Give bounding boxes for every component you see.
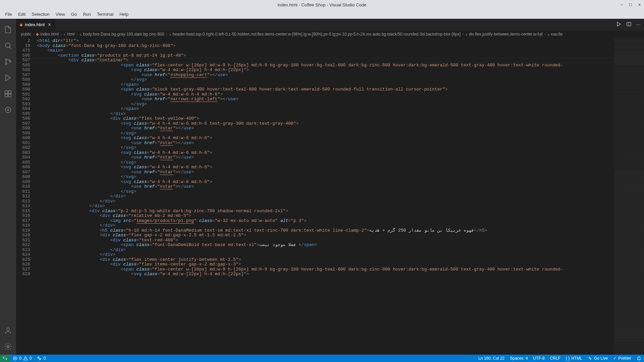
code-area[interactable]: <html dir="ltr"><body class="font-Dana b… bbox=[34, 38, 614, 355]
activity-bar bbox=[0, 19, 16, 355]
minimap[interactable] bbox=[614, 38, 644, 355]
close-tab-icon[interactable]: ✕ bbox=[47, 22, 52, 27]
extensions-icon[interactable] bbox=[0, 86, 16, 102]
tag-icon: ⬨ bbox=[63, 32, 66, 37]
menu-bar: File Edit Selection View Go Run Terminal… bbox=[0, 9, 644, 19]
tag-icon: ⬨ bbox=[547, 32, 550, 37]
svg-point-10 bbox=[7, 346, 9, 348]
accounts-icon[interactable] bbox=[0, 322, 16, 339]
svg-point-14 bbox=[590, 358, 590, 359]
svg-point-13 bbox=[39, 358, 40, 359]
ports-button[interactable]: 0 bbox=[34, 355, 48, 362]
status-bar: 0 0 0 Ln 160, Col 22 Spaces: 4 UTF-8 CRL… bbox=[0, 355, 644, 362]
remote-button[interactable] bbox=[0, 355, 10, 362]
tag-icon: ⬨ bbox=[79, 32, 82, 37]
menu-run[interactable]: Run bbox=[80, 11, 94, 18]
svg-point-3 bbox=[9, 61, 11, 62]
tab-label: index.html bbox=[25, 22, 45, 27]
svg-point-9 bbox=[7, 328, 9, 330]
source-control-icon[interactable] bbox=[0, 54, 16, 70]
notifications-icon[interactable] bbox=[634, 355, 644, 362]
svg-rect-5 bbox=[5, 94, 8, 97]
tab-index-html[interactable]: ◆ index.html ✕ bbox=[16, 19, 56, 31]
encoding[interactable]: UTF-8 bbox=[531, 355, 547, 362]
menu-file[interactable]: File bbox=[2, 11, 15, 18]
svg-point-0 bbox=[5, 43, 10, 48]
title-bar: index.html - Coffee Shop - Visual Studio… bbox=[0, 0, 644, 9]
maximize-button[interactable]: ☐ bbox=[629, 3, 633, 7]
menu-selection[interactable]: Selection bbox=[29, 11, 52, 18]
run-icon[interactable] bbox=[616, 21, 622, 28]
svg-rect-7 bbox=[8, 91, 11, 94]
window-title: index.html - Coffee Shop - Visual Studio… bbox=[278, 2, 367, 7]
svg-rect-6 bbox=[8, 94, 11, 97]
split-editor-icon[interactable] bbox=[626, 21, 632, 28]
cursor-position[interactable]: Ln 160, Col 22 bbox=[476, 355, 507, 362]
breadcrumb[interactable]: public› ◆index.html› ⬨html› ⬨body.font-D… bbox=[16, 31, 644, 38]
run-debug-icon[interactable] bbox=[0, 70, 16, 86]
menu-view[interactable]: View bbox=[53, 11, 68, 18]
settings-icon[interactable] bbox=[0, 339, 16, 355]
more-actions-icon[interactable]: ⋯ bbox=[636, 22, 641, 27]
svg-point-2 bbox=[5, 63, 7, 65]
problems-button[interactable]: 0 0 bbox=[10, 355, 34, 362]
tag-icon: ⬨ bbox=[169, 32, 171, 37]
menu-help[interactable]: Help bbox=[116, 11, 131, 18]
editor[interactable]: 2194755065075855865875885895905915925935… bbox=[16, 38, 644, 355]
menu-terminal[interactable]: Terminal bbox=[94, 11, 116, 18]
line-gutter: 2194755065075855865875885895905915925935… bbox=[16, 38, 34, 355]
eol[interactable]: CRLF bbox=[547, 355, 563, 362]
close-button[interactable]: ✕ bbox=[637, 3, 641, 7]
explorer-icon[interactable] bbox=[0, 21, 16, 38]
svg-point-1 bbox=[5, 59, 7, 61]
indentation[interactable]: Spaces: 4 bbox=[507, 355, 530, 362]
menu-edit[interactable]: Edit bbox=[15, 11, 29, 18]
html-file-icon: ◆ bbox=[36, 32, 39, 37]
search-icon[interactable] bbox=[0, 38, 16, 54]
tab-bar: ◆ index.html ✕ ⋯ bbox=[16, 19, 644, 31]
menu-go[interactable]: Go bbox=[68, 11, 80, 18]
language-mode[interactable]: { }HTML bbox=[563, 355, 585, 362]
tag-icon: ⬨ bbox=[465, 32, 468, 37]
minimize-button[interactable]: ─ bbox=[620, 3, 624, 7]
svg-rect-4 bbox=[5, 91, 8, 94]
secondary-icon[interactable] bbox=[0, 102, 16, 118]
prettier-button[interactable]: ✓Prettier bbox=[610, 355, 634, 362]
html-file-icon: ◆ bbox=[19, 22, 23, 27]
go-live-button[interactable]: Go Live bbox=[585, 355, 610, 362]
